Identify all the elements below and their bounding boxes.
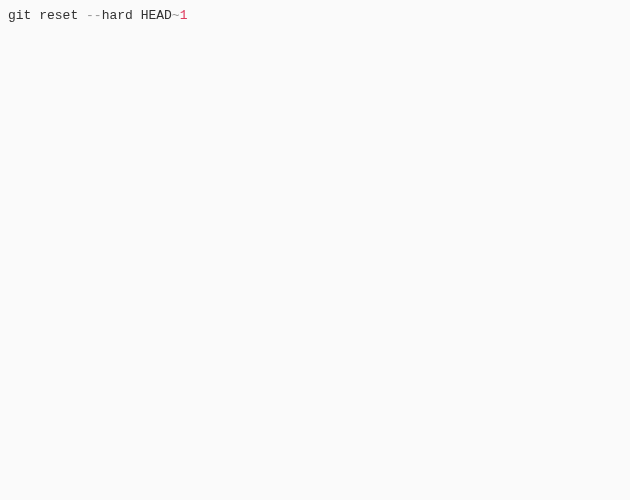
code-token-command: git reset [8, 8, 86, 23]
code-token-number: 1 [180, 8, 188, 23]
code-token-double-dash: -- [86, 8, 102, 23]
code-token-tilde: ~ [172, 8, 180, 23]
code-token-flag-and-ref: hard HEAD [102, 8, 172, 23]
code-line: git reset --hard HEAD~1 [8, 6, 622, 26]
